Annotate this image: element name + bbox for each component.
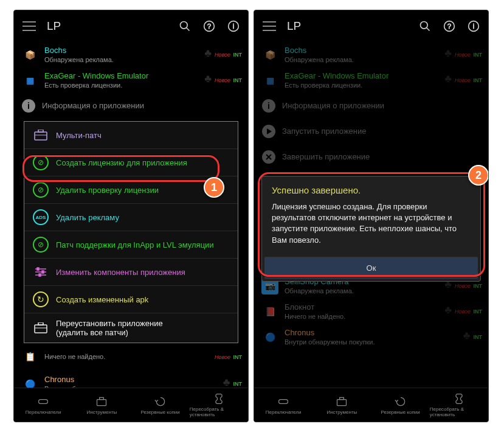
- app-row-bochs[interactable]: 📦 BochsОбнаружена реклама. ♣Новое INT: [14, 42, 248, 68]
- search-icon[interactable]: [419, 20, 431, 32]
- app-row-hidden[interactable]: 📋 Ничего не найдено. Новое INT: [14, 346, 248, 371]
- nav-tools[interactable]: Инструменты: [312, 388, 371, 422]
- svg-rect-34: [337, 399, 347, 405]
- screen-right: LP ? i 📦 BochsОбнаружена реклама. ♣Новое…: [254, 10, 489, 422]
- app-row-bloknot: 📕 БлокнотНичего не найдено. ♣Новое INT: [254, 299, 488, 324]
- menu-multi-patch[interactable]: Мульти-патч: [24, 122, 238, 149]
- no-key-icon: ⊘: [33, 155, 49, 170]
- launch-row: Запустить приложение: [254, 119, 488, 144]
- svg-rect-17: [35, 325, 47, 333]
- info-circle-icon: i: [261, 99, 276, 113]
- app-icon: ▦: [261, 72, 278, 89]
- bottom-nav: Переключатели Инструменты Резервные копи…: [254, 388, 488, 422]
- app-icon: 📦: [21, 46, 38, 63]
- info-icon[interactable]: i: [468, 20, 480, 32]
- info-circle-icon: i: [21, 99, 36, 113]
- nav-switches[interactable]: Переключатели: [14, 388, 72, 422]
- svg-line-24: [427, 28, 430, 31]
- nav-switches[interactable]: Переключатели: [254, 388, 312, 422]
- step-badge-1: 1: [204, 177, 224, 198]
- dialog-title: Успешно завершено.: [262, 176, 480, 201]
- patch-menu: Мульти-патч ⊘ Создать лицензию для прило…: [24, 121, 238, 343]
- step-badge-2: 2: [468, 165, 489, 186]
- nav-rebuild[interactable]: Пересобрать & установить: [190, 388, 248, 422]
- refresh-icon: ↻: [33, 291, 49, 307]
- app-row-bochs: 📦 BochsОбнаружена реклама. ♣Новое INT: [254, 42, 488, 68]
- svg-text:i: i: [27, 101, 30, 111]
- app-title: LP: [287, 19, 408, 33]
- svg-rect-9: [38, 130, 43, 132]
- app-icon: 📦: [261, 46, 278, 63]
- menu-remove-ads[interactable]: ADS Удалить рекламу: [24, 204, 238, 231]
- info-row: i Информация о приложении: [254, 93, 488, 119]
- clover-icon: ♣: [223, 376, 230, 389]
- clover-icon: ♣: [204, 47, 212, 60]
- svg-rect-20: [39, 399, 48, 403]
- success-dialog: Успешно завершено. Лицензия успешно созд…: [261, 176, 481, 282]
- bottom-nav: Переключатели Инструменты Резервные копи…: [14, 388, 248, 422]
- no-key-icon: ⊘: [33, 182, 49, 198]
- top-bar: LP ? i: [14, 10, 248, 42]
- svg-text:i: i: [233, 23, 234, 30]
- nav-backups[interactable]: Резервные копии: [131, 388, 190, 422]
- close-row: Завершить приложение: [254, 144, 488, 170]
- nav-backups[interactable]: Резервные копии: [371, 388, 430, 422]
- app-icon: 📋: [21, 348, 38, 365]
- menu-reinstall[interactable]: Переустановить приложение (удалить все п…: [24, 313, 238, 343]
- menu-icon[interactable]: [263, 21, 276, 31]
- svg-rect-15: [42, 271, 44, 273]
- briefcase-icon: [33, 320, 49, 336]
- svg-rect-14: [37, 268, 39, 270]
- menu-components[interactable]: Изменить компоненты приложения: [24, 259, 238, 286]
- menu-inapp-lvl[interactable]: ⊘ Патч поддержки для InApp и LVL эмуляци…: [24, 231, 238, 259]
- svg-rect-16: [39, 274, 41, 276]
- app-list: 📦 BochsОбнаружена реклама. ♣Новое INT ▦ …: [254, 42, 488, 170]
- clover-icon: ♣: [204, 72, 212, 85]
- svg-text:i: i: [268, 101, 270, 111]
- app-list: 📦 BochsОбнаружена реклама. ♣Новое INT ▦ …: [14, 42, 248, 119]
- search-icon[interactable]: [179, 20, 191, 32]
- svg-line-1: [187, 28, 190, 31]
- svg-rect-18: [38, 322, 43, 325]
- svg-rect-21: [97, 399, 106, 405]
- play-circle-icon: [261, 124, 276, 139]
- menu-icon[interactable]: [22, 21, 36, 31]
- svg-text:?: ?: [207, 22, 212, 30]
- svg-rect-22: [100, 397, 104, 399]
- app-row-chronus: 🔵 ChronusВнутри обнаружены покупки. ♣INT: [254, 324, 488, 350]
- app-icon: ▦: [21, 72, 38, 89]
- top-bar: LP ? i: [254, 10, 488, 42]
- no-key-icon: ⊘: [33, 237, 49, 253]
- app-title: LP: [47, 19, 168, 33]
- svg-rect-33: [279, 399, 288, 403]
- info-icon[interactable]: i: [227, 20, 240, 32]
- app-list-below: 📷 SelfiShop CameraОбнаружена реклама. ♣Н…: [254, 273, 488, 350]
- no-ads-icon: ADS: [33, 209, 49, 225]
- nav-tools[interactable]: Инструменты: [72, 388, 131, 422]
- menu-create-license[interactable]: ⊘ Создать лицензию для приложения: [24, 149, 238, 176]
- svg-text:?: ?: [447, 22, 452, 30]
- app-icon: 🔵: [261, 329, 278, 346]
- close-circle-icon: [261, 150, 276, 164]
- dialog-ok-button[interactable]: Ок: [264, 257, 478, 279]
- help-icon[interactable]: ?: [443, 20, 455, 32]
- svg-rect-8: [35, 132, 47, 140]
- svg-text:i: i: [473, 23, 474, 30]
- screen-left: LP ? i 📦 BochsОбнаружена реклама. ♣Новое…: [13, 10, 249, 422]
- svg-point-0: [181, 22, 188, 29]
- svg-point-23: [421, 22, 428, 29]
- app-icon: 📕: [261, 303, 278, 320]
- svg-rect-35: [340, 397, 344, 399]
- briefcase-icon: [33, 127, 49, 143]
- dialog-body: Лицензия успешно создана. Для проверки р…: [262, 201, 480, 254]
- help-icon[interactable]: ?: [203, 20, 215, 32]
- info-row[interactable]: i Информация о приложении: [14, 93, 248, 119]
- menu-create-apk[interactable]: ↻ Создать измененный apk: [24, 286, 238, 313]
- app-row-exagear[interactable]: ▦ ExaGear - Windows EmulatorЕсть проверк…: [14, 68, 248, 93]
- nav-rebuild[interactable]: Пересобрать & установить: [430, 388, 488, 422]
- sliders-icon: [33, 264, 49, 280]
- app-row-exagear: ▦ ExaGear - Windows EmulatorЕсть проверк…: [254, 68, 488, 93]
